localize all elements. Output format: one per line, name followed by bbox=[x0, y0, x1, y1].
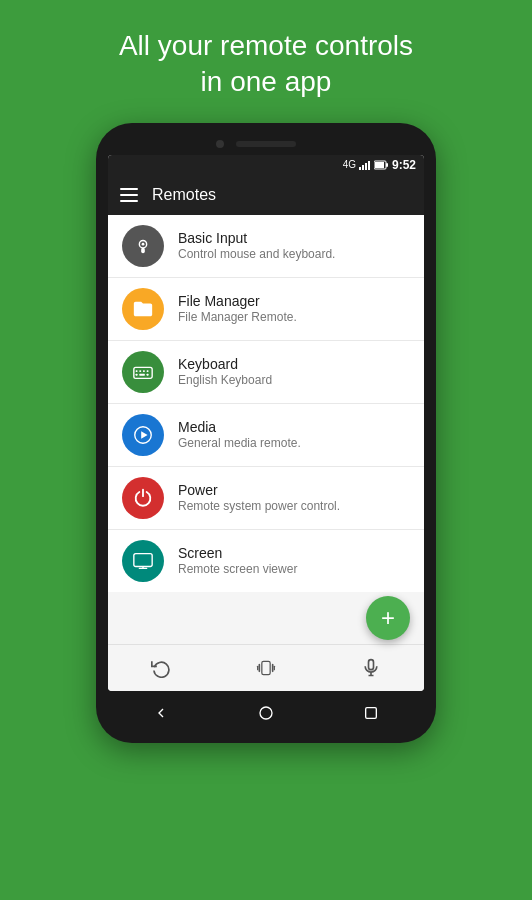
phone-camera bbox=[216, 140, 224, 148]
screen-title: Screen bbox=[178, 544, 410, 562]
svg-rect-13 bbox=[143, 370, 145, 372]
svg-rect-0 bbox=[359, 167, 361, 170]
list-item-screen[interactable]: Screen Remote screen viewer bbox=[108, 530, 424, 592]
svg-rect-32 bbox=[366, 707, 377, 718]
list-item-basic-input[interactable]: Basic Input Control mouse and keyboard. bbox=[108, 215, 424, 278]
svg-rect-20 bbox=[134, 553, 152, 566]
menu-button[interactable] bbox=[120, 188, 138, 202]
power-text: Power Remote system power control. bbox=[178, 481, 410, 515]
power-icon bbox=[122, 477, 164, 519]
list-item-file-manager[interactable]: File Manager File Manager Remote. bbox=[108, 278, 424, 341]
svg-rect-1 bbox=[362, 165, 364, 170]
svg-rect-12 bbox=[139, 370, 141, 372]
svg-rect-17 bbox=[147, 374, 149, 376]
svg-rect-10 bbox=[134, 367, 152, 378]
keyboard-title: Keyboard bbox=[178, 355, 410, 373]
keyboard-subtitle: English Keyboard bbox=[178, 373, 410, 389]
battery-icon bbox=[374, 160, 388, 170]
svg-rect-9 bbox=[141, 248, 145, 254]
file-manager-subtitle: File Manager Remote. bbox=[178, 310, 410, 326]
list-item-power[interactable]: Power Remote system power control. bbox=[108, 467, 424, 530]
media-title: Media bbox=[178, 418, 410, 436]
screen-subtitle: Remote screen viewer bbox=[178, 562, 410, 578]
phone-top-bezel bbox=[108, 135, 424, 155]
svg-rect-6 bbox=[386, 163, 388, 167]
keyboard-text: Keyboard English Keyboard bbox=[178, 355, 410, 389]
home-button[interactable] bbox=[254, 701, 278, 725]
svg-marker-19 bbox=[141, 431, 147, 438]
signal-icon: 4G bbox=[343, 159, 356, 170]
mic-button[interactable] bbox=[356, 653, 386, 683]
basic-input-subtitle: Control mouse and keyboard. bbox=[178, 247, 410, 263]
tagline-line1: All your remote controls bbox=[119, 30, 413, 61]
app-bar: Remotes bbox=[108, 175, 424, 215]
power-subtitle: Remote system power control. bbox=[178, 499, 410, 515]
status-time: 9:52 bbox=[392, 158, 416, 172]
refresh-button[interactable] bbox=[146, 653, 176, 683]
phone-speaker bbox=[236, 141, 296, 147]
svg-point-8 bbox=[142, 243, 145, 246]
svg-rect-15 bbox=[136, 374, 138, 376]
screen-icon bbox=[122, 540, 164, 582]
basic-input-text: Basic Input Control mouse and keyboard. bbox=[178, 229, 410, 263]
system-nav-bar bbox=[108, 691, 424, 731]
fab-area: + bbox=[108, 592, 424, 644]
svg-rect-14 bbox=[147, 370, 149, 372]
bottom-nav bbox=[108, 644, 424, 691]
file-manager-title: File Manager bbox=[178, 292, 410, 310]
back-button[interactable] bbox=[149, 701, 173, 725]
keyboard-icon bbox=[122, 351, 164, 393]
media-text: Media General media remote. bbox=[178, 418, 410, 452]
svg-rect-28 bbox=[369, 659, 374, 669]
file-manager-text: File Manager File Manager Remote. bbox=[178, 292, 410, 326]
tagline-line2: in one app bbox=[201, 66, 332, 97]
file-manager-icon bbox=[122, 288, 164, 330]
svg-rect-23 bbox=[262, 661, 270, 674]
svg-rect-16 bbox=[139, 374, 145, 376]
wifi-icon bbox=[359, 160, 371, 170]
status-icons: 4G bbox=[343, 159, 388, 170]
app-title: Remotes bbox=[152, 186, 216, 204]
list-item-media[interactable]: Media General media remote. bbox=[108, 404, 424, 467]
vibrate-button[interactable] bbox=[251, 653, 281, 683]
svg-rect-3 bbox=[368, 161, 370, 170]
svg-point-31 bbox=[260, 707, 272, 719]
basic-input-title: Basic Input bbox=[178, 229, 410, 247]
phone-screen: 4G 9:52 Rem bbox=[108, 155, 424, 691]
remotes-list: Basic Input Control mouse and keyboard. … bbox=[108, 215, 424, 592]
media-icon bbox=[122, 414, 164, 456]
tagline: All your remote controls in one app bbox=[79, 0, 453, 123]
phone-device: 4G 9:52 Rem bbox=[96, 123, 436, 743]
media-subtitle: General media remote. bbox=[178, 436, 410, 452]
svg-rect-2 bbox=[365, 163, 367, 170]
status-bar: 4G 9:52 bbox=[108, 155, 424, 175]
svg-rect-11 bbox=[136, 370, 138, 372]
svg-rect-5 bbox=[375, 162, 384, 168]
recents-button[interactable] bbox=[359, 701, 383, 725]
power-title: Power bbox=[178, 481, 410, 499]
basic-input-icon bbox=[122, 225, 164, 267]
add-remote-fab[interactable]: + bbox=[366, 596, 410, 640]
list-item-keyboard[interactable]: Keyboard English Keyboard bbox=[108, 341, 424, 404]
screen-text: Screen Remote screen viewer bbox=[178, 544, 410, 578]
